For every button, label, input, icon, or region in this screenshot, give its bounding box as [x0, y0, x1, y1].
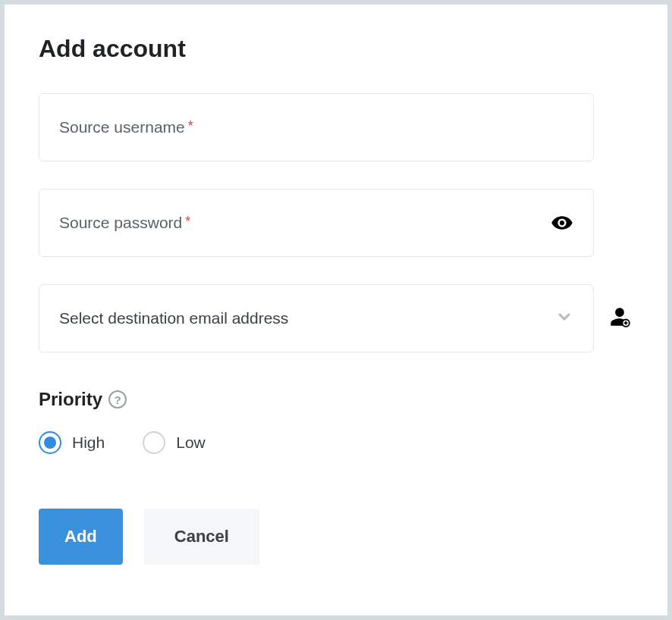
add-user-icon[interactable]: [609, 306, 630, 330]
source-username-label: Source username*: [59, 118, 193, 136]
help-icon[interactable]: ?: [108, 390, 127, 409]
source-username-field[interactable]: Source username*: [39, 93, 633, 161]
destination-placeholder: Select destination email address: [59, 309, 288, 327]
radio-indicator: [143, 431, 165, 454]
priority-label: Priority: [39, 389, 102, 410]
priority-low-label: Low: [176, 434, 206, 452]
destination-email-select[interactable]: Select destination email address: [39, 284, 594, 352]
priority-low-radio[interactable]: Low: [143, 431, 206, 454]
add-button[interactable]: Add: [39, 509, 123, 565]
chevron-down-icon: [555, 308, 573, 329]
show-password-icon[interactable]: [551, 211, 573, 234]
source-password-label: Source password*: [59, 214, 190, 232]
required-asterisk: *: [185, 214, 190, 229]
add-account-panel: Add account Source username* Source pass…: [5, 5, 667, 615]
priority-radio-group: High Low: [39, 431, 633, 454]
source-password-field[interactable]: Source password*: [39, 189, 633, 257]
page-title: Add account: [39, 35, 633, 63]
required-asterisk: *: [188, 118, 193, 133]
priority-high-label: High: [72, 434, 105, 452]
radio-indicator: [39, 431, 61, 454]
priority-high-radio[interactable]: High: [39, 431, 105, 454]
cancel-button[interactable]: Cancel: [144, 509, 259, 565]
